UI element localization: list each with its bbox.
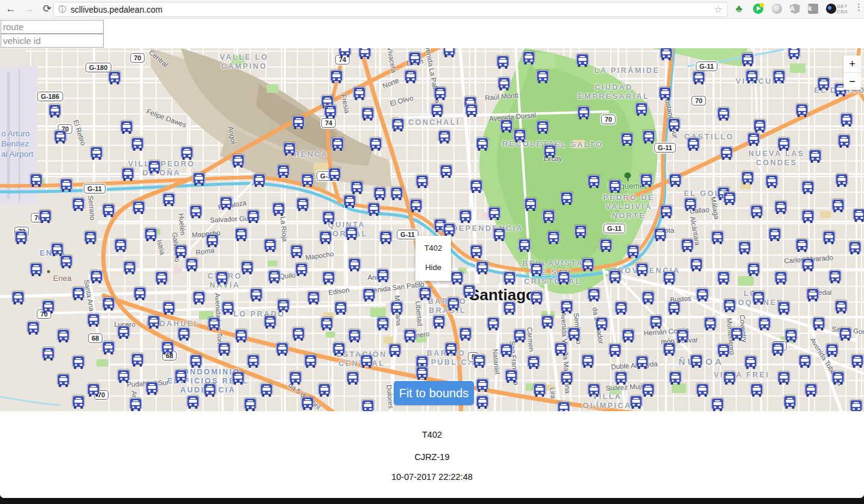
url-bar[interactable]: ⓘ scllivebus.pedalean.com ☆ xyxy=(53,2,728,17)
bus-marker[interactable] xyxy=(514,129,526,142)
bus-marker[interactable] xyxy=(353,87,366,100)
bus-marker[interactable] xyxy=(544,145,557,158)
bus-marker[interactable] xyxy=(775,201,787,214)
bus-marker[interactable] xyxy=(463,285,476,298)
bus-marker[interactable] xyxy=(523,51,535,65)
bus-marker[interactable] xyxy=(347,371,359,385)
bus-marker[interactable] xyxy=(72,356,85,369)
bus-marker[interactable] xyxy=(351,181,364,194)
bus-marker[interactable] xyxy=(178,327,191,341)
bus-marker[interactable] xyxy=(575,225,587,238)
bus-marker[interactable] xyxy=(558,402,570,411)
bus-marker[interactable] xyxy=(531,263,543,276)
bus-marker[interactable] xyxy=(304,354,317,368)
bus-marker[interactable] xyxy=(264,315,277,329)
bus-marker[interactable] xyxy=(588,383,601,397)
bus-marker[interactable] xyxy=(636,356,649,369)
bus-marker[interactable] xyxy=(416,367,429,380)
bus-marker[interactable] xyxy=(493,228,506,241)
swirl-extension-icon[interactable] xyxy=(772,4,782,14)
bus-marker[interactable] xyxy=(54,130,67,143)
bus-marker[interactable] xyxy=(15,231,28,244)
bus-marker[interactable] xyxy=(832,371,845,385)
bus-marker[interactable] xyxy=(541,315,554,329)
bus-marker[interactable] xyxy=(273,203,285,216)
bus-marker[interactable] xyxy=(264,239,277,252)
bus-marker[interactable] xyxy=(476,395,489,409)
bookmark-star-icon[interactable]: ☆ xyxy=(714,4,722,15)
bus-marker[interactable] xyxy=(642,291,655,304)
bus-marker[interactable] xyxy=(839,327,852,341)
bus-marker[interactable] xyxy=(241,261,254,274)
bus-marker[interactable] xyxy=(148,160,161,174)
bus-marker[interactable] xyxy=(102,297,115,310)
bus-marker[interactable] xyxy=(190,205,203,218)
bus-marker[interactable] xyxy=(561,300,573,313)
bus-marker[interactable] xyxy=(465,104,478,117)
bus-marker[interactable] xyxy=(451,271,464,285)
bus-marker[interactable] xyxy=(500,119,513,133)
bus-marker[interactable] xyxy=(809,150,822,163)
bus-marker[interactable] xyxy=(60,255,73,268)
bus-marker[interactable] xyxy=(235,228,248,241)
bus-marker[interactable] xyxy=(473,354,486,368)
bus-marker[interactable] xyxy=(534,383,546,397)
bus-marker[interactable] xyxy=(739,241,751,254)
bus-marker[interactable] xyxy=(690,258,703,271)
bus-marker[interactable] xyxy=(640,174,653,187)
bus-marker[interactable] xyxy=(268,270,281,283)
bus-marker[interactable] xyxy=(558,271,570,285)
bus-marker[interactable] xyxy=(222,301,235,315)
bus-marker[interactable] xyxy=(684,198,697,211)
bus-marker[interactable] xyxy=(121,121,133,134)
bus-marker[interactable] xyxy=(669,371,682,385)
bus-marker[interactable] xyxy=(778,371,790,385)
bus-marker[interactable] xyxy=(470,245,483,258)
bus-marker[interactable] xyxy=(133,201,145,214)
bus-marker[interactable] xyxy=(208,317,221,330)
bus-marker[interactable] xyxy=(596,317,608,330)
bus-marker[interactable] xyxy=(361,354,373,368)
bus-marker[interactable] xyxy=(307,291,320,304)
bus-marker[interactable] xyxy=(57,374,70,387)
bus-marker[interactable] xyxy=(409,52,421,65)
bus-marker[interactable] xyxy=(731,327,743,341)
bus-marker[interactable] xyxy=(193,291,206,304)
bus-marker[interactable] xyxy=(853,209,864,222)
bus-marker[interactable] xyxy=(769,228,781,241)
bus-marker[interactable] xyxy=(788,48,801,59)
bus-marker[interactable] xyxy=(627,245,640,258)
play-extension-icon[interactable] xyxy=(753,4,763,14)
bus-marker[interactable] xyxy=(796,104,809,117)
bus-marker[interactable] xyxy=(193,172,206,186)
bus-marker[interactable] xyxy=(785,329,798,342)
bus-marker[interactable] xyxy=(247,210,260,223)
bus-marker[interactable] xyxy=(537,121,549,134)
bus-marker[interactable] xyxy=(391,301,403,315)
bus-marker[interactable] xyxy=(838,134,851,148)
bus-marker[interactable] xyxy=(829,270,842,283)
bus-marker[interactable] xyxy=(186,258,198,271)
bus-marker[interactable] xyxy=(216,271,229,285)
bus-marker[interactable] xyxy=(659,87,672,100)
bus-marker[interactable] xyxy=(751,383,763,397)
bus-marker[interactable] xyxy=(802,210,815,223)
bus-marker[interactable] xyxy=(131,353,144,367)
bus-marker[interactable] xyxy=(124,261,136,274)
bus-marker[interactable] xyxy=(51,243,64,256)
bus-marker[interactable] xyxy=(30,174,43,187)
bus-marker[interactable] xyxy=(318,383,331,397)
bus-marker[interactable] xyxy=(724,192,736,205)
bus-marker[interactable] xyxy=(30,263,43,276)
bus-marker[interactable] xyxy=(118,326,130,339)
bus-marker[interactable] xyxy=(332,137,344,151)
bus-marker[interactable] xyxy=(802,258,815,271)
bus-marker[interactable] xyxy=(206,234,219,247)
bus-marker[interactable] xyxy=(555,342,567,356)
bus-marker[interactable] xyxy=(668,301,681,315)
bus-marker[interactable] xyxy=(796,239,809,252)
bus-marker[interactable] xyxy=(102,204,115,217)
bus-marker[interactable] xyxy=(503,301,516,315)
bus-marker[interactable] xyxy=(405,70,417,83)
bus-marker[interactable] xyxy=(27,321,40,335)
